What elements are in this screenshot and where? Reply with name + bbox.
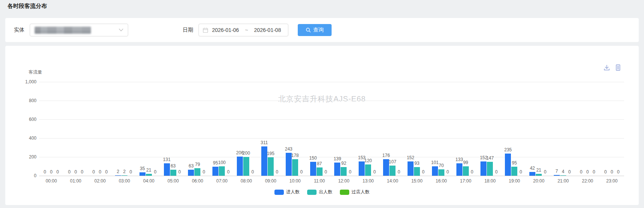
x-axis-tick-label: 11:00 [308, 178, 331, 184]
bar-value-label: 95 [506, 160, 523, 166]
x-axis-line [39, 176, 624, 176]
y-axis-tick-label: 600 [14, 117, 36, 122]
legend-item-进人数[interactable]: 进人数 [274, 189, 300, 195]
entity-select[interactable] [30, 24, 128, 36]
y-axis-tick-label: 400 [14, 136, 36, 141]
x-axis-tick-label: 16:00 [430, 178, 453, 184]
filter-row: 实体 日期 2026-01-06 ~ 2026-01-08 查询 [5, 18, 639, 42]
entity-label: 实体 [14, 27, 24, 33]
x-axis-tick-label: 17:00 [455, 178, 477, 184]
bar-value-label: 92 [335, 161, 352, 166]
y-axis-tick-label: 800 [14, 98, 36, 103]
bar-value-label: 311 [256, 140, 273, 145]
bar-value-label: 0 [439, 169, 456, 175]
bar-value-label: 0 [488, 169, 505, 175]
bar-value-label: 147 [482, 155, 498, 161]
calendar-icon [203, 27, 208, 33]
y-axis-tick-label: 0 [14, 173, 36, 178]
bar-value-label: 0 [244, 169, 261, 175]
bar-value-label: 0 [464, 169, 480, 175]
bar-出人数-21:00[interactable] [560, 175, 566, 176]
page-title: 各时段客流分布 [8, 3, 47, 10]
x-axis-tick-label: 03:00 [113, 178, 136, 184]
bar-value-label: 100 [214, 160, 230, 165]
date-label: 日期 [183, 27, 193, 33]
x-axis-tick-label: 05:00 [162, 178, 185, 184]
x-axis-tick-label: 01:00 [64, 178, 87, 184]
bar-value-label: 0 [269, 169, 285, 175]
x-axis-tick-label: 08:00 [235, 178, 258, 184]
x-axis-tick-label: 23:00 [601, 178, 623, 184]
date-separator: ~ [243, 27, 250, 33]
x-axis-tick-label: 00:00 [40, 178, 62, 184]
bar-value-label: 0 [220, 169, 236, 175]
bar-进人数-08:00[interactable] [237, 157, 243, 176]
bar-进人数-13:00[interactable] [359, 161, 365, 176]
chevron-down-icon [119, 29, 123, 32]
bar-进人数-18:00[interactable] [480, 161, 486, 176]
x-axis-tick-label: 10:00 [284, 178, 306, 184]
query-button[interactable]: 查询 [298, 24, 332, 36]
legend-marker-icon [340, 190, 349, 195]
bar-进人数-07:00[interactable] [212, 167, 218, 176]
query-button-label: 查询 [313, 27, 324, 33]
date-start-value[interactable]: 2026-01-06 [212, 27, 239, 33]
bar-chart-plot: 1,000800600400200000:0000001:0000002:000… [5, 46, 639, 205]
legend-item-出人数[interactable]: 出人数 [307, 189, 332, 195]
bar-value-label: 0 [366, 169, 383, 175]
bar-value-label: 195 [262, 151, 279, 156]
x-axis-tick-label: 14:00 [381, 178, 404, 184]
x-axis-tick-label: 04:00 [138, 178, 160, 184]
date-end-value[interactable]: 2026-01-08 [254, 27, 281, 33]
bar-进人数-03:00[interactable] [115, 175, 121, 176]
bar-value-label: 0 [610, 169, 627, 175]
gridline [39, 138, 624, 139]
gridline [39, 119, 624, 120]
x-axis-tick-label: 12:00 [332, 178, 355, 184]
bar-value-label: 79 [189, 162, 206, 167]
chart-card: 客流量 北京安吉升科技AJS-E68 1,000800600400200000:… [5, 46, 639, 205]
bar-value-label: 0 [171, 169, 188, 175]
bar-出人数-03:00[interactable] [121, 175, 127, 176]
bar-value-label: 0 [147, 169, 164, 175]
chart-legend: 进人数出人数过店人数 [5, 189, 639, 195]
legend-label: 过店人数 [352, 189, 370, 195]
x-axis-tick-label: 02:00 [89, 178, 111, 184]
x-axis-tick-label: 15:00 [406, 178, 428, 184]
x-axis-tick-label: 19:00 [503, 178, 526, 184]
bar-value-label: 0 [293, 169, 310, 175]
bar-进人数-06:00[interactable] [188, 170, 194, 176]
bar-进人数-21:00[interactable] [554, 175, 560, 176]
bar-value-label: 131 [159, 157, 175, 162]
bar-value-label: 0 [195, 169, 212, 175]
bar-value-label: 87 [311, 161, 328, 166]
bar-value-label: 0 [318, 169, 334, 175]
bar-value-label: 0 [342, 169, 358, 175]
entity-value-redacted [35, 27, 91, 34]
bar-value-label: 178 [287, 153, 303, 158]
bar-value-label: 0 [391, 169, 407, 175]
bar-value-label: 70 [433, 163, 450, 168]
bar-value-label: 107 [384, 159, 401, 164]
legend-label: 进人数 [286, 189, 300, 195]
x-axis-tick-label: 13:00 [357, 178, 379, 184]
bar-value-label: 235 [500, 147, 516, 152]
legend-item-过店人数[interactable]: 过店人数 [340, 189, 370, 195]
filter-card: 实体 日期 2026-01-06 ~ 2026-01-08 查询 [5, 18, 639, 42]
bar-value-label: 200 [238, 151, 255, 156]
date-range-picker[interactable]: 2026-01-06 ~ 2026-01-08 [199, 24, 288, 36]
legend-marker-icon [274, 190, 284, 195]
y-axis-tick-label: 1,000 [14, 79, 36, 84]
x-axis-tick-label: 06:00 [186, 178, 209, 184]
search-icon [306, 27, 311, 33]
x-axis-tick-label: 21:00 [552, 178, 574, 184]
bar-value-label: 150 [305, 155, 321, 161]
bar-value-label: 152 [402, 155, 419, 160]
bar-value-label: 243 [280, 146, 297, 152]
bar-进人数-04:00[interactable] [139, 172, 145, 176]
bar-value-label: 99 [458, 160, 474, 165]
gridline [39, 82, 624, 82]
bar-value-label: 120 [360, 158, 376, 163]
bar-value-label: 176 [378, 153, 394, 158]
x-axis-tick-label: 07:00 [211, 178, 233, 184]
